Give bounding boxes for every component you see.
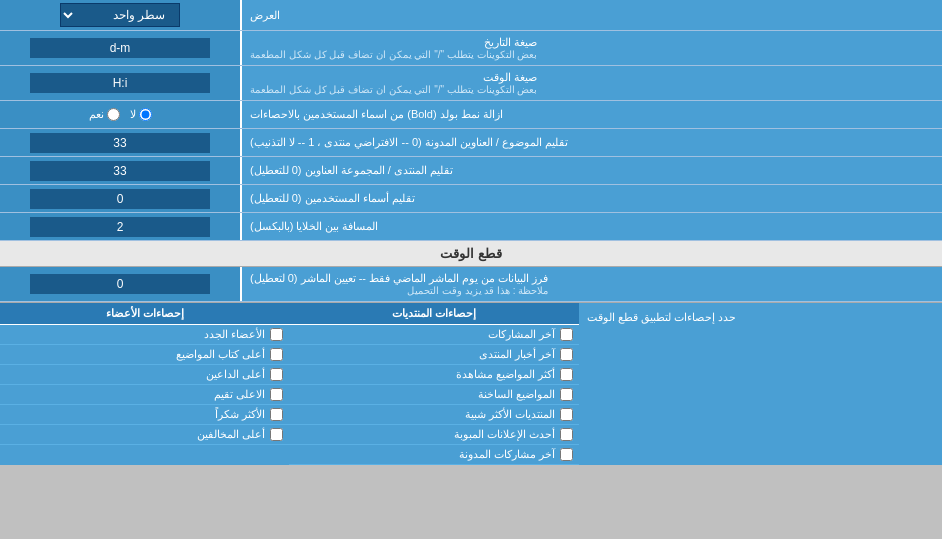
members-stats-header: إحصاءات الأعضاء	[0, 303, 289, 325]
input-date-format[interactable]: d-m	[0, 31, 240, 65]
input-topics-trim[interactable]: 33	[0, 129, 240, 156]
row-date-format: صيغة التاريخ بعض التكوينات يتطلب "/" الت…	[0, 31, 942, 66]
checkbox-most-similar-input[interactable]	[560, 408, 573, 421]
عرض-select[interactable]: سطر واحد	[60, 3, 180, 27]
row-عرض: العرض سطر واحد	[0, 0, 942, 31]
users-trim-input[interactable]: 0	[30, 189, 210, 209]
bold-yes-label[interactable]: نعم	[89, 108, 120, 121]
checkbox-most-viewed-input[interactable]	[560, 368, 573, 381]
row-time-cut: فرز البيانات من يوم الماشر الماضي فقط --…	[0, 267, 942, 302]
checkbox-top-rated[interactable]: الاعلى تقيم	[0, 385, 289, 405]
label-date-format: صيغة التاريخ بعض التكوينات يتطلب "/" الت…	[240, 31, 942, 65]
stats-apply-label-col: حدد إحصاءات لتطبيق قطع الوقت	[579, 303, 942, 465]
input-bold[interactable]: لا نعم	[0, 101, 240, 128]
row-bold: ازالة نمط بولد (Bold) من اسماء المستخدمي…	[0, 101, 942, 129]
row-topics-trim: تقليم الموضوع / العناوين المدونة (0 -- ا…	[0, 129, 942, 157]
label-users-trim: تقليم أسماء المستخدمين (0 للتعطيل)	[240, 185, 942, 212]
topics-trim-input[interactable]: 33	[30, 133, 210, 153]
label-topics-trim: تقليم الموضوع / العناوين المدونة (0 -- ا…	[240, 129, 942, 156]
checkbox-last-posts-input[interactable]	[560, 328, 573, 341]
posts-stats-col: إحصاءات المنتديات آخر المشاركات آخر أخبا…	[289, 303, 578, 465]
row-time-format: صيغة الوقت بعض التكوينات يتطلب "/" التي …	[0, 66, 942, 101]
checkbox-new-members[interactable]: الأعضاء الجدد	[0, 325, 289, 345]
checkbox-forum-news[interactable]: آخر أخبار المنتدى	[289, 345, 578, 365]
posts-stats-header: إحصاءات المنتديات	[289, 303, 578, 325]
label-forum-trim: تقليم المنتدى / المجموعة العناوين (0 للت…	[240, 157, 942, 184]
input-users-trim[interactable]: 0	[0, 185, 240, 212]
section-time-cut-header: قطع الوقت	[0, 241, 942, 267]
bold-yes-radio[interactable]	[107, 108, 120, 121]
checkbox-top-inviters-input[interactable]	[270, 368, 283, 381]
label-spacing: المسافة بين الخلايا (بالبكسل)	[240, 213, 942, 240]
checkbox-most-similar[interactable]: المنتديات الأكثر شبية	[289, 405, 578, 425]
bottom-section: حدد إحصاءات لتطبيق قطع الوقت إحصاءات الم…	[0, 302, 942, 465]
time-format-input[interactable]: H:i	[30, 73, 210, 93]
checkbox-forum-news-input[interactable]	[560, 348, 573, 361]
bold-no-radio[interactable]	[139, 108, 152, 121]
checkbox-hot-topics[interactable]: المواضيع الساخنة	[289, 385, 578, 405]
date-format-input[interactable]: d-m	[30, 38, 210, 58]
members-stats-col: إحصاءات الأعضاء الأعضاء الجدد أعلى كتاب …	[0, 303, 289, 465]
checkbox-most-thanks[interactable]: الأكثر شكراً	[0, 405, 289, 425]
forum-trim-input[interactable]: 33	[30, 161, 210, 181]
checkbox-new-members-input[interactable]	[270, 328, 283, 341]
row-users-trim: تقليم أسماء المستخدمين (0 للتعطيل) 0	[0, 185, 942, 213]
checkbox-ads-input[interactable]	[560, 428, 573, 441]
checkbox-ads[interactable]: أحدث الإعلانات المبوبة	[289, 425, 578, 445]
bold-radio-group: لا نعم	[89, 108, 152, 121]
checkbox-most-viewed[interactable]: أكثر المواضيع مشاهدة	[289, 365, 578, 385]
label-time-format: صيغة الوقت بعض التكوينات يتطلب "/" التي …	[240, 66, 942, 100]
checkbox-top-rated-input[interactable]	[270, 388, 283, 401]
row-spacing: المسافة بين الخلايا (بالبكسل) 2	[0, 213, 942, 241]
spacing-input[interactable]: 2	[30, 217, 210, 237]
label-عرض: العرض	[240, 0, 942, 30]
checkbox-top-violators[interactable]: أعلى المخالفين	[0, 425, 289, 445]
label-bold: ازالة نمط بولد (Bold) من اسماء المستخدمي…	[240, 101, 942, 128]
checkbox-top-writers[interactable]: أعلى كتاب المواضيع	[0, 345, 289, 365]
checkbox-blog-posts-input[interactable]	[560, 448, 573, 461]
label-time-cut: فرز البيانات من يوم الماشر الماضي فقط --…	[240, 267, 942, 301]
checkbox-most-thanks-input[interactable]	[270, 408, 283, 421]
row-forum-trim: تقليم المنتدى / المجموعة العناوين (0 للت…	[0, 157, 942, 185]
checkbox-hot-topics-input[interactable]	[560, 388, 573, 401]
input-time-cut[interactable]: 0	[0, 267, 240, 301]
input-forum-trim[interactable]: 33	[0, 157, 240, 184]
bold-no-label[interactable]: لا	[130, 108, 152, 121]
main-container: العرض سطر واحد صيغة التاريخ بعض التكوينا…	[0, 0, 942, 465]
time-cut-input[interactable]: 0	[30, 274, 210, 294]
checkbox-last-posts[interactable]: آخر المشاركات	[289, 325, 578, 345]
checkbox-top-violators-input[interactable]	[270, 428, 283, 441]
input-عرض[interactable]: سطر واحد	[0, 0, 240, 30]
input-spacing[interactable]: 2	[0, 213, 240, 240]
checkbox-top-writers-input[interactable]	[270, 348, 283, 361]
checkbox-blog-posts[interactable]: آخر مشاركات المدونة	[289, 445, 578, 465]
input-time-format[interactable]: H:i	[0, 66, 240, 100]
checkbox-top-inviters[interactable]: أعلى الداعين	[0, 365, 289, 385]
